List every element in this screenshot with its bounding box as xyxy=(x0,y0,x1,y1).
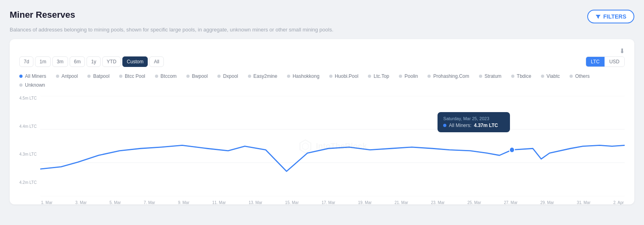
legend-dot-viabtc xyxy=(541,75,544,78)
legend-dot-prohashing xyxy=(427,75,431,78)
x-label-2: 3. Mar xyxy=(75,200,87,205)
x-label-11: 21. Mar xyxy=(394,200,408,205)
currency-toggle: LTC USD xyxy=(586,56,625,67)
legend-dot-bwpool xyxy=(186,75,190,78)
legend-easy2mine: Easy2mine xyxy=(248,73,277,79)
y-label-3: 4.3m LTC xyxy=(19,152,37,156)
chart-container: IntoTheBlock Saturday, xyxy=(40,96,625,196)
legend-dot-batpool xyxy=(87,75,91,78)
page: Miner Reserves FILTERS Balances of addre… xyxy=(0,0,644,225)
x-label-6: 11. Mar xyxy=(212,200,226,205)
time-btn-1m[interactable]: 1m xyxy=(35,56,51,67)
x-axis: 1. Mar 3. Mar 5. Mar 7. Mar 9. Mar 11. M… xyxy=(40,200,625,205)
legend-dot-others xyxy=(570,75,573,78)
time-btn-3m[interactable]: 3m xyxy=(52,56,68,67)
time-buttons: 7d 1m 3m 6m 1y YTD Custom All xyxy=(19,56,164,67)
x-label-12: 23. Mar xyxy=(431,200,445,205)
chart-card: ⬇ 7d 1m 3m 6m 1y YTD Custom All LTC USD … xyxy=(10,39,634,204)
x-label-15: 29. Mar xyxy=(541,200,554,205)
legend-huobi: Huobi.Pool xyxy=(329,73,359,79)
time-btn-all[interactable]: All xyxy=(149,56,163,67)
legend-ltc-top: Ltc.Top xyxy=(368,73,389,79)
page-title: Miner Reserves xyxy=(10,10,75,20)
x-label-10: 19. Mar xyxy=(358,200,372,205)
y-axis: 4.5m LTC 4.4m LTC 4.3m LTC 4.2m LTC xyxy=(19,96,40,185)
currency-usd[interactable]: USD xyxy=(605,57,624,67)
time-btn-custom[interactable]: Custom xyxy=(122,56,148,67)
x-label-14: 27. Mar xyxy=(504,200,518,205)
legend-btcc-pool: Btcc Pool xyxy=(119,73,145,79)
x-label-1: 1. Mar xyxy=(41,200,52,205)
time-btn-ytd[interactable]: YTD xyxy=(102,56,121,67)
legend-antpool: Antpool xyxy=(56,73,78,79)
x-label-3: 5. Mar xyxy=(109,200,121,205)
legend-dot-ltc-top xyxy=(368,75,371,78)
x-label-8: 15. Mar xyxy=(285,200,299,205)
legend-dot-tbdice xyxy=(511,75,514,78)
legend-dot-stratum xyxy=(479,75,482,78)
legend-tbdice: Tbdice xyxy=(511,73,531,79)
legend-dot-btcc-pool xyxy=(119,75,122,78)
legend-dxpool: Dxpool xyxy=(217,73,238,79)
legend-dot-antpool xyxy=(56,75,59,78)
legend-viabtc: Viabtc xyxy=(541,73,560,79)
legend-dot-huobi xyxy=(329,75,332,78)
legend-bwpool: Bwpool xyxy=(186,73,208,79)
legend-all-miners: All Miners xyxy=(19,73,46,79)
legend-others: Others xyxy=(570,73,590,79)
x-label-16: 31. Mar xyxy=(577,200,590,205)
legend-batpool: Batpool xyxy=(87,73,109,79)
x-label-9: 17. Mar xyxy=(322,200,335,205)
filters-button[interactable]: FILTERS xyxy=(587,10,634,23)
x-label-4: 7. Mar xyxy=(144,200,155,205)
filter-icon xyxy=(595,14,601,19)
download-icon[interactable]: ⬇ xyxy=(619,47,625,55)
legend-dot-poolin xyxy=(399,75,402,78)
legend-dot-dxpool xyxy=(217,75,221,78)
tooltip-point xyxy=(510,147,514,153)
legend-hashokkong: Hashokkong xyxy=(287,73,320,79)
y-label-2: 4.4m LTC xyxy=(19,124,37,129)
x-label-7: 13. Mar xyxy=(249,200,262,205)
legend-dot-hashokkong xyxy=(287,75,290,78)
legend: All Miners Antpool Batpool Btcc Pool Btc… xyxy=(19,73,625,88)
x-label-5: 9. Mar xyxy=(178,200,189,205)
chart-wrapper: 4.5m LTC 4.4m LTC 4.3m LTC 4.2m LTC Into… xyxy=(19,96,625,196)
chart-svg xyxy=(40,96,625,196)
subtitle: Balances of addresses belonging to minin… xyxy=(10,27,634,33)
legend-unknown: Unknown xyxy=(19,82,45,88)
card-top: ⬇ xyxy=(19,47,625,55)
legend-dot-btccom xyxy=(155,75,158,78)
time-btn-6m[interactable]: 6m xyxy=(70,56,85,67)
x-label-13: 25. Mar xyxy=(467,200,481,205)
legend-poolin: Poolin xyxy=(399,73,418,79)
legend-prohashing: Prohashing.Com xyxy=(427,73,469,79)
legend-dot-unknown xyxy=(19,83,23,87)
x-label-17: 2. Apr xyxy=(613,200,624,205)
y-label-top: 4.5m LTC xyxy=(19,96,37,100)
y-label-bottom: 4.2m LTC xyxy=(19,180,37,185)
controls-row: 7d 1m 3m 6m 1y YTD Custom All LTC USD xyxy=(19,56,625,67)
legend-dot-all-miners xyxy=(19,75,23,78)
legend-btccom: Btccom xyxy=(155,73,177,79)
legend-dot-easy2mine xyxy=(248,75,251,78)
time-btn-7d[interactable]: 7d xyxy=(19,56,33,67)
currency-ltc[interactable]: LTC xyxy=(586,57,605,67)
header-row: Miner Reserves FILTERS xyxy=(10,10,634,23)
time-btn-1y[interactable]: 1y xyxy=(87,56,101,67)
legend-stratum: Stratum xyxy=(479,73,502,79)
